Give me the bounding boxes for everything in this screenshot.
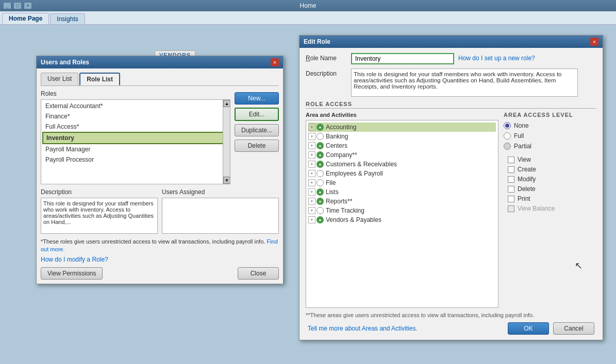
role-access-header: ROLE ACCESS	[306, 101, 596, 109]
tab-homepage[interactable]: Home Page	[2, 13, 49, 24]
radio-group: None Full Partial	[504, 122, 596, 150]
access-level-col: AREA ACCESS LEVEL None Full	[504, 112, 596, 308]
minimize-btn[interactable]: _	[3, 2, 11, 9]
tab-role-list[interactable]: Role List	[79, 73, 120, 85]
users-assigned-label: Users Assigned	[162, 188, 279, 196]
modify-role-link[interactable]: How do I modify a Role?	[41, 256, 108, 263]
new-role-btn[interactable]: New...	[235, 92, 279, 105]
users-assigned-col: Users Assigned	[162, 188, 279, 234]
tree-item-banking[interactable]: + Banking	[308, 132, 496, 141]
checkbox-modify[interactable]: Modify	[508, 176, 596, 183]
checkbox-viewbalance: View Balance	[508, 205, 596, 212]
role-item-external[interactable]: External Accountant*	[42, 101, 229, 111]
role-name-input[interactable]	[351, 53, 454, 64]
roles-buttons: New... Edit... Duplicate... Delete	[235, 90, 279, 184]
tree-item-file[interactable]: + File	[308, 178, 496, 187]
role-item-inventory[interactable]: Inventory	[42, 132, 229, 144]
description-label: Description	[41, 188, 158, 196]
checkbox-print[interactable]: Print	[508, 195, 596, 202]
radio-full-dot	[504, 132, 511, 140]
scroll-up-btn[interactable]: ▲	[223, 100, 230, 107]
radio-full[interactable]: Full	[504, 132, 596, 140]
help-link[interactable]: How do I set up a new role?	[458, 53, 535, 62]
tree-item-employees[interactable]: + Employees & Payroll	[308, 169, 496, 178]
expand-employees[interactable]: +	[308, 170, 315, 177]
dialog-footer: View Permissions Close	[41, 267, 279, 280]
expand-reports[interactable]: +	[308, 198, 315, 205]
area-tree[interactable]: + ● Accounting + Banking +	[306, 120, 498, 308]
expand-timetracking[interactable]: +	[308, 207, 315, 214]
title-bar: _ □ × Home	[0, 0, 616, 11]
expand-company[interactable]: +	[308, 151, 315, 159]
expand-vendors[interactable]: +	[308, 216, 315, 223]
radio-none[interactable]: None	[504, 122, 596, 129]
view-permissions-btn[interactable]: View Permissions	[41, 267, 103, 280]
action-buttons: OK Cancel	[508, 322, 594, 335]
role-item-fullaccess[interactable]: Full Access*	[42, 122, 229, 132]
expand-centers[interactable]: +	[308, 142, 315, 149]
radio-partial-dot	[504, 143, 511, 150]
expand-customers[interactable]: +	[308, 161, 315, 168]
tree-item-customers[interactable]: + ● Customers & Receivables	[308, 160, 496, 169]
checkbox-viewbalance-box	[508, 205, 514, 212]
role-item-finance[interactable]: Finance*	[42, 111, 229, 122]
maximize-btn[interactable]: □	[13, 2, 22, 9]
scroll-down-btn[interactable]: ▼	[223, 177, 230, 184]
icon-company: ●	[317, 151, 324, 159]
tree-item-reports[interactable]: + ● Reports**	[308, 197, 496, 206]
tab-user-list[interactable]: User List	[41, 73, 78, 85]
duplicate-role-btn[interactable]: Duplicate...	[235, 124, 279, 136]
checkbox-delete[interactable]: Delete	[508, 185, 596, 193]
icon-accounting: ●	[317, 124, 324, 131]
description-row: Description This role is designed for yo…	[306, 68, 596, 97]
checkbox-create[interactable]: Create	[508, 166, 596, 173]
edit-role-dialog: Edit Role × Role Name How do I set up a …	[299, 35, 603, 340]
desc-users-section: Description This role is designed for yo…	[41, 188, 279, 234]
roles-section: Roles External Accountant* Finance* Full…	[41, 90, 279, 184]
tree-item-accounting[interactable]: + ● Accounting	[308, 123, 496, 132]
checkbox-modify-box	[508, 176, 514, 183]
cancel-btn[interactable]: Cancel	[553, 322, 594, 335]
expand-accounting[interactable]: +	[308, 124, 315, 131]
users-roles-title-bar: Users and Roles ×	[37, 56, 283, 68]
role-item-payroll-mgr[interactable]: Payroll Manager	[42, 144, 229, 154]
description-text: This role is designed for your staff mem…	[41, 198, 158, 234]
expand-file[interactable]: +	[308, 179, 315, 186]
area-activities-label: Area and Activities	[306, 112, 498, 118]
ok-btn[interactable]: OK	[508, 322, 549, 335]
close-dialog-btn[interactable]: Close	[238, 267, 279, 280]
roles-list[interactable]: External Accountant* Finance* Full Acces…	[41, 100, 230, 184]
edit-role-title-text: Edit Role	[304, 38, 330, 45]
radio-partial[interactable]: Partial	[504, 143, 596, 150]
checkbox-view[interactable]: View	[508, 156, 596, 163]
edit-role-footer-note: **These areas give users unrestricted ac…	[306, 312, 596, 318]
role-item-payroll-proc[interactable]: Payroll Processor	[42, 154, 229, 165]
tree-item-timetracking[interactable]: + Time Tracking	[308, 206, 496, 215]
users-roles-title: Users and Roles	[41, 59, 89, 66]
scrollbar[interactable]: ▲ ▼	[223, 100, 230, 184]
tab-insights[interactable]: Insights	[50, 13, 85, 24]
tree-item-company[interactable]: + ● Company**	[308, 150, 496, 160]
users-roles-close-btn[interactable]: ×	[271, 58, 279, 66]
radio-none-dot	[504, 122, 511, 129]
users-roles-dialog: Users and Roles × User List Role List Ro…	[36, 56, 284, 284]
edit-role-close-btn[interactable]: ×	[590, 38, 598, 46]
role-name-row: Role Name How do I set up a new role?	[306, 53, 596, 64]
icon-vendors: ●	[317, 216, 324, 223]
edit-role-btn[interactable]: Edit...	[235, 108, 279, 121]
icon-customers: ●	[317, 161, 324, 168]
icon-reports: ●	[317, 198, 324, 205]
description-col: Description This role is designed for yo…	[41, 188, 158, 234]
edit-role-desc: This role is designed for your staff mem…	[351, 68, 578, 97]
tree-item-vendors[interactable]: + ● Vendors & Payables	[308, 215, 496, 224]
tell-me-more-link[interactable]: Tell me more about Areas and Activities.	[308, 325, 418, 332]
expand-banking[interactable]: +	[308, 133, 315, 140]
expand-lists[interactable]: +	[308, 188, 315, 196]
users-assigned-box	[162, 198, 279, 234]
icon-lists: ●	[317, 188, 324, 196]
close-btn-main[interactable]: ×	[24, 2, 32, 9]
role-name-label: Role Name	[306, 53, 347, 62]
tree-item-centers[interactable]: + ● Centers	[308, 141, 496, 150]
tree-item-lists[interactable]: + ● Lists	[308, 187, 496, 197]
delete-role-btn[interactable]: Delete	[235, 140, 279, 152]
